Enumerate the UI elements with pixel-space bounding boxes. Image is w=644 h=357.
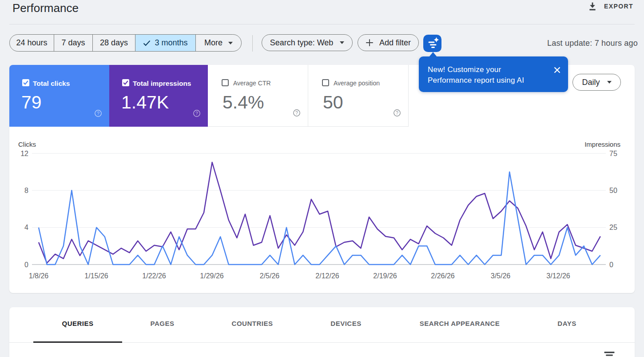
svg-text:0: 0 (609, 261, 613, 269)
svg-text:Impressions: Impressions (584, 140, 620, 148)
svg-text:2/19/26: 2/19/26 (373, 272, 397, 280)
svg-text:75: 75 (609, 150, 617, 157)
svg-text:8: 8 (24, 187, 28, 194)
svg-text:4: 4 (24, 224, 28, 231)
svg-text:2/5/26: 2/5/26 (260, 272, 280, 280)
svg-text:1/15/26: 1/15/26 (84, 272, 108, 280)
svg-text:25: 25 (609, 224, 617, 231)
svg-text:2/26/26: 2/26/26 (431, 272, 454, 280)
svg-text:1/8/26: 1/8/26 (29, 272, 49, 280)
svg-text:1/22/26: 1/22/26 (142, 272, 166, 280)
svg-text:2/12/26: 2/12/26 (315, 272, 339, 280)
svg-text:3/12/26: 3/12/26 (546, 272, 570, 280)
svg-text:3/5/26: 3/5/26 (491, 272, 511, 280)
svg-text:50: 50 (609, 187, 617, 194)
svg-text:Clicks: Clicks (18, 140, 36, 148)
svg-text:0: 0 (24, 261, 28, 269)
svg-text:1/29/26: 1/29/26 (200, 272, 223, 280)
svg-text:12: 12 (20, 150, 28, 157)
